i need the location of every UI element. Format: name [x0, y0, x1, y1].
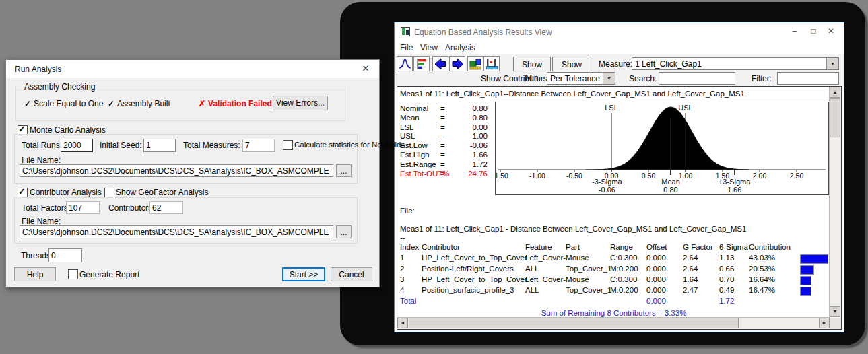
- monte-carlo-group: Total Runs: Initial Seed: Total Measures…: [14, 134, 358, 184]
- vertical-scroll-thumb[interactable]: [830, 98, 840, 137]
- total-factors-input: [66, 201, 100, 214]
- svg-text:LSL: LSL: [605, 104, 618, 112]
- results-window: Equation Based Analysis Results View – □…: [394, 22, 844, 332]
- table-row: 3HP_Left_Cover_to_Top_CoverLeft_Cover-Mo…: [397, 275, 830, 286]
- initial-seed-label: Initial Seed:: [100, 141, 142, 150]
- dialog-titlebar[interactable]: Run Analysis ✕: [6, 60, 379, 78]
- scroll-right-icon[interactable]: ►: [819, 318, 830, 328]
- caliper-icon[interactable]: [483, 56, 500, 71]
- contribution-bar: [800, 254, 828, 264]
- vertical-scrollbar[interactable]: ▲ ▼: [829, 87, 841, 317]
- close-icon[interactable]: ✕: [824, 26, 838, 38]
- report-view: Meas1 of 11: Left_Click_Gap1--Distance B…: [397, 87, 830, 318]
- measure-subheader: Meas1 of 11: Left_Click_Gap1 - Distance …: [400, 225, 746, 233]
- contributor-chart-icon[interactable]: [413, 56, 430, 71]
- show-min-button[interactable]: Show Min: [513, 57, 551, 71]
- svg-text:-1.00: -1.00: [529, 172, 545, 180]
- svg-text:0.80: 0.80: [663, 186, 677, 194]
- stat-row: USL=1.00: [400, 132, 494, 141]
- initial-seed-input[interactable]: [143, 139, 176, 152]
- distribution-view-icon[interactable]: [397, 56, 413, 71]
- no-builds-checkbox[interactable]: [283, 140, 293, 150]
- menu-file[interactable]: File: [400, 43, 413, 52]
- stat-row: Est.Low=-0.06: [400, 141, 494, 151]
- chevron-down-icon[interactable]: ▼: [826, 58, 838, 69]
- x-mark-icon: ✗: [199, 99, 205, 108]
- file-label: File:: [400, 207, 415, 215]
- stats-list: Nominal=0.80Mean=0.80LSL=0.00USL=1.00Est…: [400, 104, 494, 178]
- horizontal-scrollbar[interactable]: ◄ ►: [397, 317, 830, 329]
- run-analysis-dialog: Run Analysis ✕ Assembly Checking ✓Scale …: [5, 59, 380, 287]
- total-factors-label: Total Factors:: [22, 203, 70, 213]
- svg-text:0.50: 0.50: [642, 172, 656, 180]
- show-contributors-select[interactable]: Per Tolerance ▼: [547, 72, 615, 85]
- geofactor-label: Show GeoFactor Analysis: [116, 188, 208, 197]
- menu-analysis[interactable]: Analysis: [445, 43, 475, 52]
- monte-carlo-label: Monte Carlo Analysis: [30, 125, 106, 135]
- help-button[interactable]: Help: [14, 267, 56, 281]
- assembly-checking-group: Assembly Checking ✓Scale Equal to One✓As…: [15, 87, 345, 121]
- svg-text:2.00: 2.00: [753, 172, 767, 180]
- menu-view[interactable]: View: [420, 43, 438, 52]
- filter-input[interactable]: [777, 72, 839, 85]
- contributor-analysis-label: Contributor Analysis: [30, 188, 102, 197]
- assembly-measure-icon[interactable]: [467, 56, 483, 71]
- stat-row: Est.Range=1.72: [400, 160, 494, 170]
- show-max-button[interactable]: Show Max: [552, 57, 591, 71]
- close-icon[interactable]: ✕: [359, 63, 372, 75]
- table-total-row: Total0.0001.72: [397, 297, 830, 308]
- threads-input[interactable]: [48, 248, 82, 262]
- stat-row: Est.High=1.66: [400, 151, 494, 160]
- cancel-button[interactable]: Cancel: [331, 267, 372, 281]
- horizontal-scroll-thumb[interactable]: [409, 318, 739, 328]
- previous-measure-arrow-icon[interactable]: [432, 56, 448, 71]
- contributor-analysis-checkbox[interactable]: [18, 188, 28, 198]
- filter-label: Filter:: [752, 74, 772, 83]
- measure-selected-value: 1 Left_Click_Gap1: [635, 59, 702, 69]
- mc-browse-button[interactable]: ...: [336, 164, 352, 177]
- search-input[interactable]: [659, 72, 735, 85]
- table-header-row: IndexContributorFeaturePartRangeOffsetG …: [397, 243, 830, 254]
- measure-select[interactable]: 1 Left_Click_Gap1 ▼: [632, 57, 839, 70]
- measure-header: Meas1 of 11: Left_Click_Gap1--Distance B…: [400, 90, 745, 98]
- show-contributors-label: Show Contributors:: [481, 74, 549, 83]
- start-button[interactable]: Start >>: [282, 267, 325, 281]
- view-errors-button[interactable]: View Errors...: [273, 96, 328, 110]
- show-contributors-selected-value: Per Tolerance: [550, 74, 600, 83]
- total-runs-input[interactable]: [61, 139, 93, 152]
- svg-text:USL: USL: [678, 104, 692, 112]
- generate-report-checkbox[interactable]: [68, 269, 78, 279]
- check-mark-icon: ✓: [24, 99, 31, 108]
- svg-text:Mean: Mean: [661, 178, 680, 186]
- geofactor-checkbox[interactable]: [104, 188, 114, 198]
- no-builds-label: Calculate statistics for No Builds: [294, 141, 405, 149]
- toolbar: Show Min Show Max Measure: 1 Left_Click_…: [395, 54, 844, 86]
- next-measure-arrow-icon[interactable]: [449, 56, 465, 71]
- contributors-input: [149, 201, 183, 214]
- results-titlebar[interactable]: Equation Based Analysis Results View – □…: [395, 22, 844, 41]
- assembly-check-ok-1: ✓Assembly Built: [108, 99, 170, 108]
- contribution-bar: [800, 265, 814, 275]
- scrollbar-corner: [830, 318, 841, 329]
- svg-text:1.66: 1.66: [727, 186, 741, 194]
- search-label: Search:: [629, 74, 657, 83]
- check-mark-icon: ✓: [108, 99, 114, 108]
- assembly-check-failed-2: ✗Validation Failed: [199, 99, 272, 108]
- svg-text:-0.50: -0.50: [566, 172, 582, 180]
- table-row: 2Position-Left/Right_CoversALLTop_Cover_…: [397, 264, 830, 275]
- chevron-down-icon[interactable]: ▼: [603, 73, 615, 84]
- minimize-icon[interactable]: –: [787, 26, 802, 38]
- ca-browse-button[interactable]: ...: [336, 225, 352, 238]
- ca-file-path-input[interactable]: [20, 225, 333, 238]
- table-row: 1HP_Left_Cover_to_Top_CoverLeft_Cover-Mo…: [397, 254, 830, 264]
- distribution-chart: -1.50-1.00-0.500.000.501.001.502.002.50L…: [495, 102, 829, 195]
- scroll-up-icon[interactable]: ▲: [830, 87, 840, 98]
- maximize-icon[interactable]: □: [806, 26, 821, 38]
- contributors-label: Contributors:: [108, 203, 155, 213]
- mc-file-path-input[interactable]: [20, 164, 333, 177]
- contribution-bar: [800, 276, 811, 285]
- scroll-down-icon[interactable]: ▼: [830, 306, 840, 317]
- results-title: Equation Based Analysis Results View: [414, 28, 552, 37]
- scroll-left-icon[interactable]: ◄: [397, 318, 408, 328]
- assembly-checking-legend: Assembly Checking: [22, 82, 98, 92]
